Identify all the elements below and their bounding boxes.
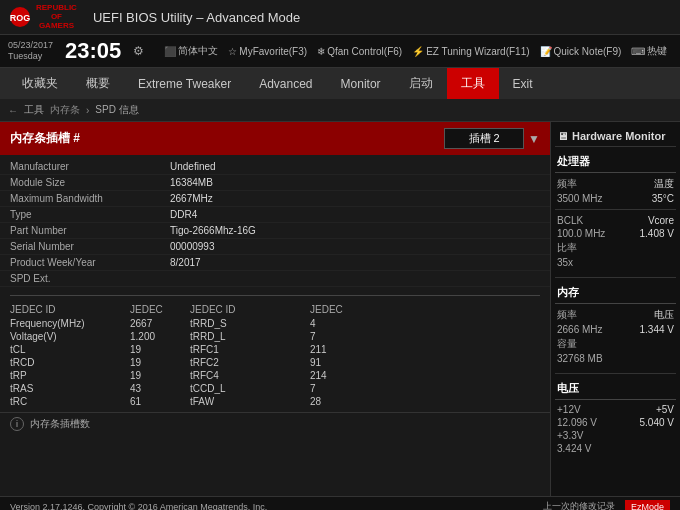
tuning-icon: ⚡ [412,46,424,57]
star-icon: ☆ [228,46,237,57]
slot-value: 插槽 2 [444,128,524,149]
keyboard-icon: ⌨ [631,46,645,57]
breadcrumb-sep1: 内存条 [50,103,80,117]
memory-section: 内存 频率 电压 2666 MHz 1.344 V 容量 32768 MB [555,282,676,365]
jedec-row-2: tCL 19 tRFC1 211 [10,343,540,356]
jedec-row-0: Frequency(MHz) 2667 tRRD_S 4 [10,317,540,330]
main-nav: 收藏夹 概要 Extreme Tweaker Advanced Monitor … [0,68,680,99]
rog-logo: ROG [8,5,32,29]
voltage-section-title: 电压 [555,378,676,400]
cpu-row-0: 频率 温度 [555,176,676,192]
cpu-row-bclk-label: BCLK Vcore [555,214,676,227]
sidebar-title: 🖥 Hardware Monitor [555,126,676,147]
cpu-divider1 [555,209,676,210]
info-row-manufacturer: Manufacturer Undefined [0,159,550,175]
nav-overview[interactable]: 概要 [72,68,124,99]
content-area: 内存条插槽 # 插槽 2 ▼ Manufacturer Undefined Mo… [0,122,680,496]
nav-advanced[interactable]: Advanced [245,70,326,98]
bottom-right: 上一次的修改记录 EzMode [543,500,670,510]
volt-row-0: +12V +5V [555,403,676,416]
bios-title: UEFI BIOS Utility – Advanced Mode [93,10,672,25]
nav-boot[interactable]: 启动 [395,68,447,99]
logo-area: ROG REPUBLICOFGAMERS [8,4,77,30]
jedec-header-col1: JEDEC ID [10,304,130,315]
breadcrumb: ← 工具 内存条 › SPD 信息 [0,99,680,122]
nav-tools[interactable]: 工具 [447,68,499,99]
memory-section-title: 内存 [555,282,676,304]
datetime-bar: 05/23/2017 Tuesday 23:05 ⚙ ⬛ 简体中文 ☆ MyFa… [0,35,680,68]
myfavorite-menu-item[interactable]: ☆ MyFavorite(F3) [228,44,307,58]
hotkey-menu-item[interactable]: ⌨ 热键 [631,44,667,58]
cpu-section-title: 处理器 [555,151,676,173]
main-panel: 内存条插槽 # 插槽 2 ▼ Manufacturer Undefined Mo… [0,122,550,496]
qfan-menu-item[interactable]: ❄ Qfan Control(F6) [317,44,402,58]
section-divider2 [555,373,676,374]
cpu-row-ratio-value: 35x [555,256,676,269]
info-row-partnumber: Part Number Tigo-2666Mhz-16G [0,223,550,239]
mem-row-cap-value: 32768 MB [555,352,676,365]
info-row-spdext: SPD Ext. [0,271,550,287]
info-table: Manufacturer Undefined Module Size 16384… [0,155,550,291]
slot-title: 内存条插槽 # [10,130,80,147]
info-row-modulesize: Module Size 16384MB [0,175,550,191]
slot-selector[interactable]: 插槽 2 ▼ [444,128,540,149]
jedec-header-col3: JEDEC ID [190,304,310,315]
info-row-serial: Serial Number 00000993 [0,239,550,255]
dropdown-arrow: ▼ [528,132,540,146]
quicknote-menu-item[interactable]: 📝 Quick Note(F9) [540,44,622,58]
eztuning-menu-item[interactable]: ⚡ EZ Tuning Wizard(F11) [412,44,529,58]
top-menu: ⬛ 简体中文 ☆ MyFavorite(F3) ❄ Qfan Control(F… [164,44,667,58]
jedec-header-col2: JEDEC [130,304,190,315]
voltage-section: 电压 +12V +5V 12.096 V 5.040 V +3.3V 3.424… [555,378,676,455]
copyright-text: Version 2.17.1246. Copyright © 2016 Amer… [10,502,267,510]
info-icon: i [10,417,24,431]
cpu-row-ratio-label: 比率 [555,240,676,256]
mem-row-1: 2666 MHz 1.344 V [555,323,676,336]
breadcrumb-spd[interactable]: SPD 信息 [95,103,138,117]
jedec-row-4: tRP 19 tRFC4 214 [10,369,540,382]
time-display: 23:05 [65,38,121,64]
lang-icon: ⬛ [164,46,176,57]
info-bottom-text: 内存条插槽数 [30,417,90,431]
last-change-label: 上一次的修改记录 [543,500,615,510]
nav-monitor[interactable]: Monitor [327,70,395,98]
volt-row-33-value: 3.424 V [555,442,676,455]
info-row-weekyear: Product Week/Year 8/2017 [0,255,550,271]
cpu-row-1: 3500 MHz 35°C [555,192,676,205]
back-arrow[interactable]: ← [8,105,18,116]
settings-icon[interactable]: ⚙ [133,44,144,58]
slot-header: 内存条插槽 # 插槽 2 ▼ [0,122,550,155]
ez-mode-button[interactable]: EzMode [625,500,670,510]
volt-row-33-label: +3.3V [555,429,676,442]
svg-text:ROG: ROG [10,13,31,23]
mem-row-0: 频率 电压 [555,307,676,323]
info-bottom: i 内存条插槽数 [0,412,550,435]
section-divider [10,295,540,296]
date-display: 05/23/2017 Tuesday [8,40,53,63]
jedec-header: JEDEC ID JEDEC JEDEC ID JEDEC [10,304,540,315]
fan-icon: ❄ [317,46,325,57]
jedec-row-1: Voltage(V) 1.200 tRRD_L 7 [10,330,540,343]
nav-exit[interactable]: Exit [499,70,547,98]
nav-favorites[interactable]: 收藏夹 [8,68,72,99]
note-icon: 📝 [540,46,552,57]
section-divider1 [555,277,676,278]
hardware-monitor-sidebar: 🖥 Hardware Monitor 处理器 频率 温度 3500 MHz 35… [550,122,680,496]
breadcrumb-sep2: › [86,105,89,116]
cpu-section: 处理器 频率 温度 3500 MHz 35°C BCLK Vcore 100.0… [555,151,676,269]
breadcrumb-tools[interactable]: 工具 [24,103,44,117]
lang-menu-item[interactable]: ⬛ 简体中文 [164,44,218,58]
jedec-row-6: tRC 61 tFAW 28 [10,395,540,408]
bottom-bar: Version 2.17.1246. Copyright © 2016 Amer… [0,496,680,510]
cpu-row-bclk-value: 100.0 MHz 1.408 V [555,227,676,240]
jedec-header-col4: JEDEC [310,304,370,315]
top-bar: ROG REPUBLICOFGAMERS UEFI BIOS Utility –… [0,0,680,35]
jedec-row-5: tRAS 43 tCCD_L 7 [10,382,540,395]
jedec-row-3: tRCD 19 tRFC2 91 [10,356,540,369]
jedec-section: JEDEC ID JEDEC JEDEC ID JEDEC Frequency(… [0,300,550,412]
rog-text: REPUBLICOFGAMERS [36,4,77,30]
nav-extreme-tweaker[interactable]: Extreme Tweaker [124,70,245,98]
monitor-icon: 🖥 [557,130,568,142]
info-row-maxbw: Maximum Bandwidth 2667MHz [0,191,550,207]
mem-row-cap-label: 容量 [555,336,676,352]
